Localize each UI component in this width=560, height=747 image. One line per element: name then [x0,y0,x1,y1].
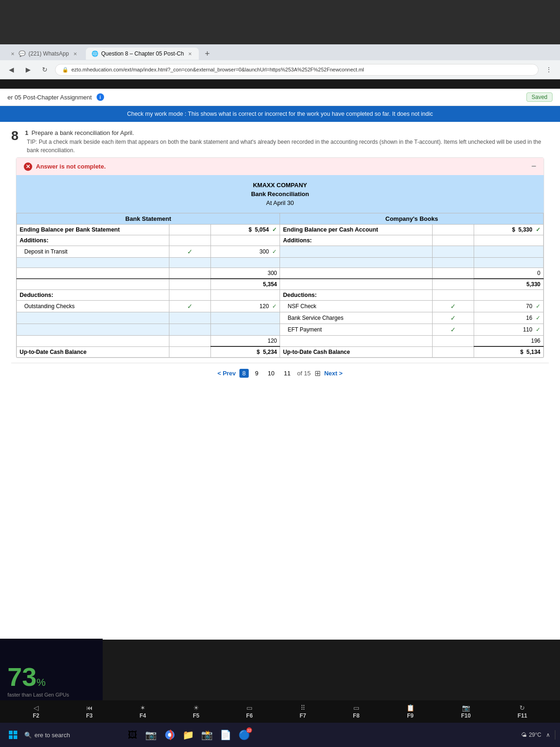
search-placeholder: ere to search [35,732,70,739]
bank-deductions-check-blank1 [169,312,210,324]
fn-f4[interactable]: ✶ F4 [140,704,146,719]
tab-question[interactable]: 🌐 Question 8 – Chapter 05 Post-Ch ✕ [86,48,199,60]
taskbar-app-icons: 🖼 📷 📁 📸 📄 🔵 22 [124,726,253,743]
books-additions-amount2-blank [474,246,544,258]
tab-whatsapp[interactable]: ✕ 💬 (221) WhatsApp ✕ [4,48,84,60]
answer-status-bar: ✕ Answer is not complete. − [16,158,544,175]
f11-label: F11 [518,712,527,719]
fn-f2[interactable]: ◁ F2 [33,704,39,719]
taskbar-chrome-icon[interactable] [161,726,178,743]
taskbar-camera2-icon[interactable]: 📸 [199,726,216,743]
outstanding-checks-check[interactable]: ✓ [169,301,210,312]
books-ending-check[interactable] [433,225,474,235]
f11-icon: ↻ [519,704,525,712]
question-tab-icon: 🌐 [91,50,98,57]
page-10[interactable]: 10 [265,369,277,378]
books-additions-item-blank [280,246,433,258]
books-deductions-total-label [280,336,433,347]
f5-icon: ☀ [193,704,199,712]
taskbar-snip-icon[interactable]: 🖼 [124,726,141,743]
weather-widget: 🌤 29°C [521,732,541,738]
lock-icon: 🔒 [62,67,69,73]
bank-amount-blank1 [210,258,280,268]
books-additions-check2-blank [433,246,474,258]
system-tray-expand[interactable]: ∧ [546,732,550,738]
page-8[interactable]: 8 [239,369,248,378]
bank-ending-check[interactable] [169,225,210,235]
new-tab-button[interactable]: + [201,47,214,60]
back-button[interactable]: ◀ [5,63,18,76]
collapse-icon[interactable]: − [531,162,536,171]
whatsapp-tab-close2[interactable]: ✕ [72,50,78,57]
windows-button[interactable] [5,726,21,743]
next-button[interactable]: Next > [324,370,343,377]
table-row: Outstanding Checks ✓ 120 ✓ NSF Check [17,301,544,312]
bank-deductions-label: Deductions: [17,290,169,301]
table-row: Additions: Additions: [17,235,544,246]
books-uptodate-check [433,346,474,358]
taskbar-office-icon[interactable]: 📄 [217,726,234,743]
svg-rect-1 [14,731,17,734]
books-additions-total-check [433,268,474,279]
question-area: 8 1 Prepare a bank reconciliation for Ap… [0,122,560,391]
saved-badge: Saved [526,92,553,102]
bank-subtotal-label [17,279,169,290]
fn-f9[interactable]: 📋 F9 [406,704,414,719]
books-subtotal-check [433,279,474,290]
nsf-check-check[interactable]: ✓ [433,301,474,312]
info-icon[interactable]: i [97,93,104,101]
whatsapp-close-icon[interactable]: ✕ [9,50,16,57]
bank-service-check[interactable]: ✓ [433,312,474,324]
f2-label: F2 [33,712,39,719]
fn-f6[interactable]: ▭ F6 [246,704,253,719]
eft-payment-check[interactable]: ✓ [433,324,474,336]
reconciliation-table: Bank Statement Company's Books Ending Ba… [16,213,544,358]
taskbar-app7-icon[interactable]: 🔵 22 [236,726,253,743]
bank-deductions-total-check [169,336,210,347]
weather-temp: 29°C [529,732,541,738]
recon-date: At April 30 [16,198,544,210]
taskbar-files-icon[interactable]: 📁 [180,726,197,743]
question-tab-label: Question 8 – Chapter 05 Post-Ch [101,50,184,57]
refresh-button[interactable]: ↻ [38,63,51,76]
speed-value: 73 [7,664,36,690]
forward-button[interactable]: ▶ [21,63,35,76]
menu-button[interactable]: ⋮ [542,63,555,76]
fn-f8[interactable]: ▭ F8 [353,704,359,719]
total-pages: of 15 [297,370,311,377]
bank-deductions-blank2 [17,324,169,336]
error-icon: ✕ [24,162,32,171]
f7-icon: ⠿ [301,704,305,712]
page-9[interactable]: 9 [252,369,261,378]
instruction-body: Prepare a bank reconciliation for April. [31,129,134,136]
main-content: er 05 Post-Chapter Assignment i Saved Ch… [0,89,560,640]
whatsapp-tab-icon: 💬 [19,50,26,57]
url-input[interactable]: 🔒 ezto.mheducation.com/ext/map/index.htm… [55,64,539,76]
page-11[interactable]: 11 [281,369,293,378]
taskbar: 🔍 ere to search 🖼 📷 📁 📸 📄 🔵 22 🌤 29°C ∧ [0,723,560,747]
fn-f3[interactable]: ⏮ F3 [86,704,93,719]
fn-f5[interactable]: ☀ F5 [193,704,199,719]
books-deductions-check-blank [433,290,474,301]
books-check-blank1 [433,258,474,268]
taskbar-search[interactable]: 🔍 ere to search [24,732,70,739]
grid-view-icon[interactable]: ⊞ [315,369,321,378]
deposit-transit-check[interactable]: ✓ [169,246,210,258]
company-books-header: Company's Books [280,213,544,225]
taskbar-camera-icon[interactable]: 📷 [143,726,160,743]
bank-deductions-amount-blank1 [210,312,280,324]
screen-top [0,0,560,47]
fn-f7[interactable]: ⠿ F7 [300,704,306,719]
url-text: ezto.mheducation.com/ext/map/index.html?… [71,67,364,72]
bank-service-amount: 16 ✓ [474,312,544,324]
f9-icon: 📋 [406,704,414,712]
instruction-text: 1 Prepare a bank reconciliation for Apri… [25,129,549,136]
books-additions-amount-blank [474,235,544,246]
prev-button[interactable]: < Prev [217,370,236,377]
fn-f11[interactable]: ↻ F11 [518,704,527,719]
question-tab-close[interactable]: ✕ [187,50,193,57]
f6-label: F6 [246,712,253,719]
taskbar-divider [555,730,555,740]
books-amount-blank1 [474,258,544,268]
fn-f10[interactable]: 📷 F10 [461,704,471,719]
